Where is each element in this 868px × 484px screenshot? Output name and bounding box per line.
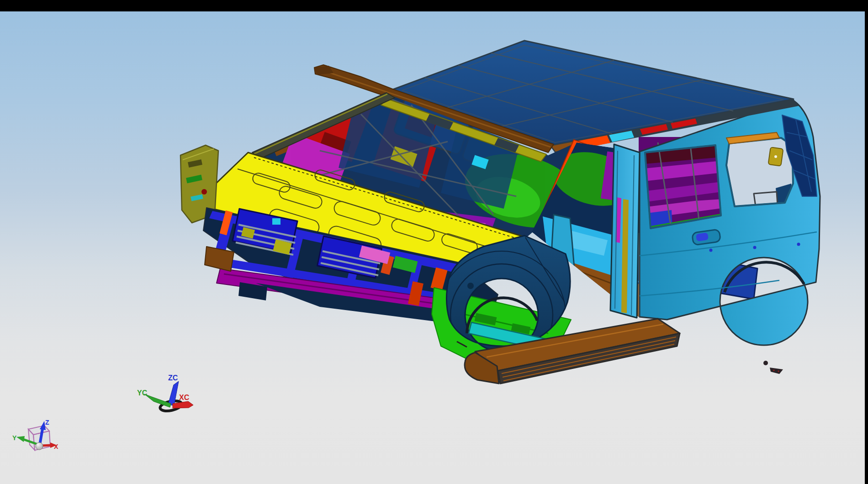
spot-weld <box>797 243 800 246</box>
spot-weld <box>753 246 757 249</box>
datum-y-label: Y <box>12 434 17 442</box>
datum-x-label: X <box>54 443 58 450</box>
wcs-x-axis[interactable] <box>173 401 193 408</box>
datum-origin-sphere[interactable] <box>36 442 43 450</box>
car-body-model[interactable] <box>180 41 820 384</box>
window-right-bar <box>865 0 868 484</box>
datum-z-label: Z <box>45 419 49 426</box>
wcs-z-label: ZC <box>168 374 178 382</box>
loose-parts-debris[interactable] <box>763 361 783 374</box>
cad-application-window: ZC YC XC Z Y X <box>0 0 868 484</box>
fender-hole <box>467 283 474 289</box>
wcs-triad[interactable]: ZC YC XC <box>137 374 193 413</box>
wcs-y-axis[interactable] <box>144 394 171 407</box>
wcs-x-label: XC <box>179 394 190 401</box>
graphics-area[interactable]: ZC YC XC Z Y X <box>0 11 865 484</box>
quarter-window-interior <box>726 136 795 208</box>
window-top-bar <box>0 0 868 11</box>
wcs-y-label: YC <box>137 389 148 397</box>
spot-weld <box>709 249 713 252</box>
bumper-end-left[interactable] <box>205 247 234 271</box>
b-pillar-outer[interactable] <box>610 144 640 318</box>
datum-csys[interactable]: Z Y X <box>12 419 58 450</box>
viewport-canvas[interactable]: ZC YC XC Z Y X <box>0 11 865 484</box>
